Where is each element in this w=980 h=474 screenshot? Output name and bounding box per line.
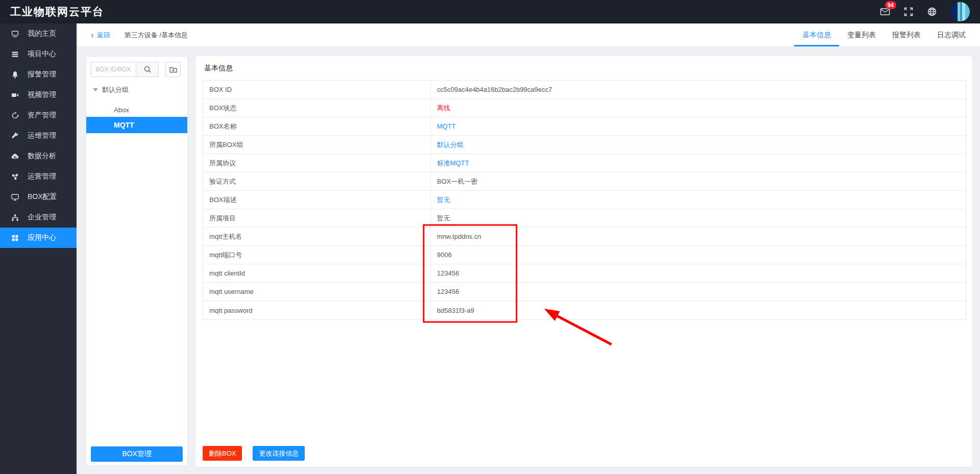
row-label: BOX状态 <box>203 99 431 117</box>
user-avatar[interactable] <box>950 2 970 21</box>
sidebar-item-label: 企业管理 <box>28 213 56 222</box>
tab-alarm-list[interactable]: 报警列表 <box>884 23 929 46</box>
sidebar-item-label: 运维管理 <box>28 131 56 140</box>
row-value-box-name[interactable]: MQTT <box>431 117 966 135</box>
table-row: BOX状态 离线 <box>203 99 966 117</box>
sidebar-item-data-analysis[interactable]: 数据分析 <box>0 146 77 166</box>
sidebar-item-alarms[interactable]: 报警管理 <box>0 64 77 85</box>
row-value-box-id: cc5c09ac4e4b4a16b2bac2b99ca9ecc7 <box>431 81 966 98</box>
back-button[interactable]: ‹ 返回 <box>91 31 110 40</box>
tree-group-default[interactable]: 默认分组 <box>86 83 187 96</box>
tree-item-abox[interactable]: Abox <box>86 103 187 117</box>
search-icon <box>143 65 152 73</box>
row-value-mqtt-host: mnw.tpddns.cn <box>431 228 966 245</box>
add-group-button[interactable] <box>165 62 181 77</box>
row-value-mqtt-clientid: 123456 <box>431 264 966 282</box>
sidebar-item-enterprise[interactable]: 企业管理 <box>0 207 77 228</box>
row-value-protocol[interactable]: 标准MQTT <box>431 154 966 172</box>
caret-down-icon <box>93 88 98 91</box>
delete-box-button[interactable]: 删除BOX <box>203 446 242 461</box>
row-label: BOX ID <box>203 81 431 98</box>
search-input[interactable] <box>91 62 136 77</box>
wrench-icon <box>11 132 19 140</box>
sidebar-item-label: BOX配置 <box>28 192 57 202</box>
row-label: mqtt username <box>203 283 431 301</box>
box-manage-button[interactable]: BOX管理 <box>91 446 183 462</box>
row-label: mqtt端口号 <box>203 246 431 264</box>
info-table: BOX ID cc5c09ac4e4b4a16b2bac2b99ca9ecc7 … <box>203 80 966 320</box>
sidebar-item-box-config[interactable]: BOX配置 <box>0 187 77 207</box>
sidebar-nav: 我的主页 项目中心 报警管理 视频管理 资产管理 <box>0 23 77 474</box>
topbar: ‹ 返回 第三方设备 /基本信息 基本信息 变量列表 报警列表 日志调试 <box>77 23 980 47</box>
app-title: 工业物联网云平台 <box>10 5 104 19</box>
app-header: 工业物联网云平台 94 <box>0 0 980 23</box>
message-count-badge: 94 <box>885 1 896 9</box>
table-row: mqtt主机名 mnw.tpddns.cn <box>203 228 966 246</box>
section-title: 基本信息 <box>204 64 233 73</box>
tab-log-debug[interactable]: 日志调试 <box>929 23 974 46</box>
sidebar-item-video[interactable]: 视频管理 <box>0 85 77 105</box>
fullscreen-icon <box>903 7 914 17</box>
folder-plus-icon <box>169 65 178 74</box>
row-value-box-group[interactable]: 默认分组 <box>431 136 966 154</box>
row-label: mqtt password <box>203 301 431 319</box>
recycle-icon <box>11 111 19 120</box>
nodes-icon <box>11 172 19 181</box>
row-value-box-description[interactable]: 暂无 <box>431 191 966 209</box>
header-actions: 94 <box>880 2 970 21</box>
tree-group-label: 默认分组 <box>102 85 129 94</box>
table-row: mqtt password bd5831f3-a9 <box>203 301 966 319</box>
row-value-box-status: 离线 <box>431 99 966 117</box>
row-value-mqtt-username: 123456 <box>431 283 966 301</box>
video-camera-icon <box>11 91 19 99</box>
row-value-mqtt-password: bd5831f3-a9 <box>431 301 966 319</box>
change-connection-button[interactable]: 更改连接信息 <box>253 446 305 461</box>
sidebar-item-label: 应用中心 <box>28 233 56 242</box>
action-buttons: 删除BOX 更改连接信息 <box>203 446 305 461</box>
fullscreen-button[interactable] <box>903 7 914 17</box>
tab-variable-list[interactable]: 变量列表 <box>839 23 884 46</box>
tab-bar: 基本信息 变量列表 报警列表 日志调试 <box>794 23 974 46</box>
row-label: mqtt主机名 <box>203 228 431 245</box>
globe-icon <box>927 7 937 17</box>
app-root: 工业物联网云平台 94 <box>0 0 980 474</box>
bell-icon <box>11 70 19 79</box>
sidebar-item-app-center[interactable]: 应用中心 <box>0 228 77 248</box>
row-value-project: 暂无 <box>431 209 966 227</box>
row-label: 所属项目 <box>203 209 431 227</box>
table-row: 所属项目 暂无 <box>203 209 966 228</box>
table-row: 验证方式 BOX一机一密 <box>203 172 966 191</box>
row-value-mqtt-port: 9006 <box>431 246 966 264</box>
sidebar-item-label: 运营管理 <box>28 172 56 181</box>
sidebar-item-label: 项目中心 <box>28 49 56 59</box>
basic-info-card: 基本信息 BOX ID cc5c09ac4e4b4a16b2bac2b99ca9… <box>195 56 972 467</box>
monitor-icon <box>11 30 19 38</box>
search-button[interactable] <box>136 62 159 77</box>
tree-item-mqtt[interactable]: MQTT <box>86 117 187 133</box>
sidebar-item-label: 我的主页 <box>28 29 56 38</box>
table-row: BOX名称 MQTT <box>203 117 966 136</box>
table-row: mqtt username 123456 <box>203 283 966 301</box>
tab-basic-info[interactable]: 基本信息 <box>794 23 839 46</box>
device-search-row <box>91 62 181 77</box>
table-row: mqtt clientId 123456 <box>203 264 966 283</box>
sidebar-item-projects[interactable]: 项目中心 <box>0 44 77 64</box>
sidebar-item-maintenance[interactable]: 运维管理 <box>0 126 77 146</box>
sidebar-item-label: 报警管理 <box>28 70 56 79</box>
breadcrumb: 第三方设备 /基本信息 <box>125 31 188 40</box>
table-row: BOX ID cc5c09ac4e4b4a16b2bac2b99ca9ecc7 <box>203 81 966 99</box>
sidebar-item-assets[interactable]: 资产管理 <box>0 105 77 126</box>
table-row: mqtt端口号 9006 <box>203 246 966 264</box>
row-label: BOX描述 <box>203 191 431 209</box>
desktop-icon <box>11 193 19 202</box>
list-icon <box>11 50 19 59</box>
device-panel: 默认分组 Abox MQTT BOX管理 <box>86 56 188 466</box>
sidebar-item-home[interactable]: 我的主页 <box>0 23 77 44</box>
language-button[interactable] <box>927 7 937 17</box>
messages-button[interactable]: 94 <box>880 7 890 17</box>
table-row: 所属协议 标准MQTT <box>203 154 966 172</box>
grid-icon <box>11 234 19 242</box>
row-label: 验证方式 <box>203 172 431 190</box>
sidebar-item-operations[interactable]: 运营管理 <box>0 166 77 187</box>
row-label: 所属BOX组 <box>203 136 431 154</box>
